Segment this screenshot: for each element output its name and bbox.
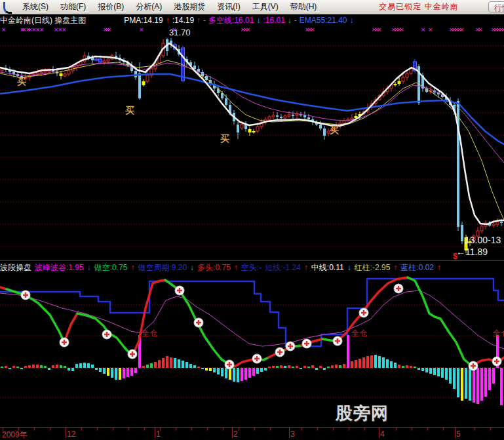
axis-minor-tick bbox=[333, 428, 334, 431]
indicator-value-segment: 空头:- bbox=[241, 262, 262, 273]
menu-item[interactable]: 工具(V) bbox=[246, 1, 284, 12]
menu-item[interactable]: 报价(B) bbox=[92, 1, 130, 12]
title-segment: :16.01 bbox=[263, 16, 284, 25]
svg-text:×: × bbox=[377, 26, 382, 33]
title-segment: EMA55:21.40 bbox=[300, 16, 347, 25]
indicator-header-row: 波段操盘波峰波谷:1.95↓做空:0.75↑做空周期:9.20↓多头:0.75↑… bbox=[0, 260, 504, 274]
axis-minor-tick bbox=[427, 428, 428, 431]
axis-date-label: 1 bbox=[156, 430, 161, 439]
chart-title-row: 中金岭南(日线) 操盘主图PMA:14.19↑:14.19↑-多空线:16.01… bbox=[0, 14, 504, 26]
menu-item[interactable]: 帮助(H) bbox=[284, 1, 323, 12]
axis-minor-tick bbox=[396, 428, 397, 431]
axis-minor-tick bbox=[50, 428, 50, 431]
axis-minor-tick bbox=[475, 428, 475, 431]
indicator-value-segment: 短线:-1.24 bbox=[265, 262, 301, 273]
title-segment: 多空线:16.01 bbox=[208, 15, 254, 26]
menu-items: 系统(S)功能(F)报价(B)分析(A)港股期货资讯(I)工具(V)帮助(H) bbox=[16, 1, 322, 12]
title-segment: ↑ bbox=[166, 16, 170, 25]
svg-text:×: × bbox=[459, 26, 465, 33]
indicator-value-segment: 红柱:-2.95 bbox=[355, 262, 391, 273]
band-indicator-chart[interactable] bbox=[0, 274, 504, 427]
axis-date-label: 2 bbox=[233, 430, 238, 439]
indicator-value-segment: ↑ bbox=[304, 263, 308, 272]
svg-text:×: × bbox=[310, 26, 315, 33]
main-candlestick-chart[interactable]: ××××××××××××××××××××××××××××××××××××××××… bbox=[0, 26, 504, 261]
axis-major-tick bbox=[155, 428, 155, 438]
indicator-value-segment: 中线:0.11 bbox=[311, 262, 344, 273]
axis-minor-tick bbox=[207, 428, 208, 431]
axis-date-label: 12 bbox=[67, 430, 75, 439]
indicator-value-segment: 波峰波谷:1.95 bbox=[35, 262, 84, 273]
indicator-value-segment: 蓝柱:0.02 bbox=[400, 262, 434, 273]
axis-date-label: 2009年 bbox=[2, 430, 28, 440]
svg-text:×: × bbox=[62, 26, 67, 33]
svg-text:×: × bbox=[246, 26, 251, 33]
indicator-value-segment: ↑ bbox=[437, 263, 441, 272]
axis-major-tick bbox=[289, 428, 290, 438]
axis-minor-tick bbox=[34, 428, 35, 431]
app-logo-icon bbox=[2, 2, 12, 12]
axis-major-tick bbox=[455, 428, 456, 438]
svg-text:×: × bbox=[501, 26, 504, 33]
svg-text:×: × bbox=[172, 26, 177, 33]
menu-item[interactable]: 分析(A) bbox=[130, 1, 168, 12]
axis-minor-tick bbox=[490, 428, 491, 431]
axis-major-tick bbox=[379, 428, 379, 438]
axis-minor-tick bbox=[301, 428, 302, 431]
menu-item[interactable]: 功能(F) bbox=[54, 1, 92, 12]
menu-item[interactable]: 资讯(I) bbox=[211, 1, 246, 12]
axis-minor-tick bbox=[176, 428, 176, 431]
axis-minor-tick bbox=[364, 428, 365, 431]
axis-major-tick bbox=[232, 428, 233, 438]
axis-date-label: 3 bbox=[290, 430, 295, 439]
trade-lock-status: 交易已锁定 中金岭南 bbox=[379, 1, 458, 12]
svg-text:×: × bbox=[478, 26, 483, 33]
axis-minor-tick bbox=[254, 428, 255, 431]
axis-minor-tick bbox=[239, 428, 239, 431]
indicator-value-segment: 做空周期:9.20 bbox=[138, 262, 187, 273]
indicator-value-segment: ↑ bbox=[393, 263, 397, 272]
axis-minor-tick bbox=[223, 428, 223, 431]
svg-text:×: × bbox=[39, 26, 45, 33]
indicator-value-segment: 波段操盘 bbox=[0, 262, 31, 273]
axis-minor-tick bbox=[113, 428, 113, 431]
indicator-value-segment: ↑ bbox=[130, 263, 134, 272]
title-segment: 中金岭南(日线) 操盘主图 bbox=[0, 15, 86, 26]
title-segment: ↑ bbox=[197, 16, 201, 25]
indicator-value-segment: ↓ bbox=[87, 263, 91, 272]
trading-terminal-window: 系统(S)功能(F)报价(B)分析(A)港股期货资讯(I)工具(V)帮助(H) … bbox=[0, 0, 504, 440]
quote-button[interactable]: 行情 bbox=[488, 1, 504, 12]
svg-text:×: × bbox=[399, 26, 404, 33]
axis-minor-tick bbox=[81, 428, 82, 431]
axis-minor-tick bbox=[270, 428, 271, 431]
axis-minor-tick bbox=[317, 428, 318, 431]
title-segment: ↓ bbox=[288, 16, 292, 25]
indicator-value-segment: ↓ bbox=[347, 263, 351, 272]
axis-minor-tick bbox=[349, 428, 349, 431]
axis-minor-tick bbox=[97, 428, 98, 431]
axis-minor-tick bbox=[412, 428, 412, 431]
title-segment: ↓ bbox=[350, 16, 354, 25]
axis-minor-tick bbox=[191, 428, 192, 431]
svg-text:×: × bbox=[139, 26, 144, 33]
axis-minor-tick bbox=[144, 428, 145, 431]
indicator-value-segment: 多头:0.75 bbox=[197, 262, 231, 273]
date-axis[interactable]: 2009年1212345 bbox=[0, 427, 504, 440]
menu-item[interactable]: 系统(S) bbox=[16, 1, 54, 12]
indicator-value-segment: ↑ bbox=[234, 263, 238, 272]
title-segment: PMA:14.19 bbox=[124, 16, 163, 25]
svg-text:×: × bbox=[421, 26, 426, 33]
axis-minor-tick bbox=[443, 428, 444, 431]
axis-date-label: 5 bbox=[456, 430, 461, 439]
menu-item[interactable]: 港股期货 bbox=[168, 1, 211, 12]
svg-text:×: × bbox=[107, 26, 112, 33]
menu-bar: 系统(S)功能(F)报价(B)分析(A)港股期货资讯(I)工具(V)帮助(H) … bbox=[0, 0, 504, 14]
svg-text:×: × bbox=[428, 26, 433, 33]
axis-minor-tick bbox=[128, 428, 129, 431]
title-segment: ↓ bbox=[256, 16, 260, 25]
axis-date-label: 4 bbox=[380, 430, 385, 439]
svg-text:×: × bbox=[1, 26, 7, 33]
title-segment: - bbox=[294, 16, 297, 25]
indicator-value-segment: 做空:0.75 bbox=[94, 262, 128, 273]
title-segment: - bbox=[203, 16, 206, 25]
